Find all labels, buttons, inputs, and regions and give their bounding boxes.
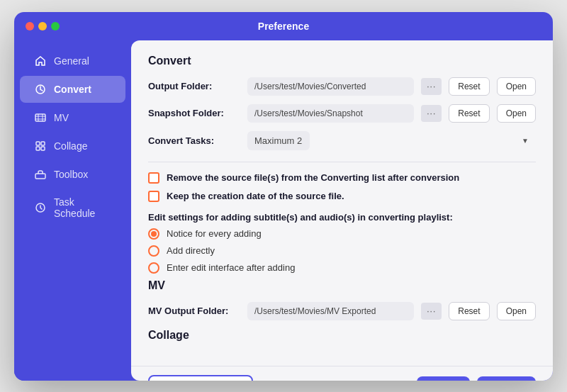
sidebar-convert-label: Convert [54, 84, 91, 95]
remove-source-label: Remove the source file(s) from the Conve… [167, 172, 459, 183]
mv-folder-open-button[interactable]: Open [497, 302, 536, 320]
sidebar-item-mv[interactable]: MV [20, 104, 125, 131]
snapshot-folder-dots-button[interactable]: ··· [421, 105, 442, 122]
snapshot-folder-input[interactable] [247, 104, 414, 123]
grid-icon [34, 140, 47, 152]
divider-1 [148, 162, 536, 162]
close-button[interactable] [26, 22, 34, 30]
mv-folder-reset-button[interactable]: Reset [449, 302, 489, 320]
sidebar-toolbox-label: Toolbox [54, 169, 88, 180]
snapshot-folder-open-button[interactable]: Open [497, 104, 536, 123]
radio-notice-row[interactable]: Notice for every adding [148, 228, 536, 240]
output-folder-dots-button[interactable]: ··· [421, 78, 442, 95]
svg-rect-3 [41, 142, 45, 145]
svg-rect-5 [41, 147, 45, 150]
mv-output-folder-label: MV Output Folder: [148, 306, 240, 316]
output-folder-label: Output Folder: [148, 81, 240, 91]
output-folder-row: Output Folder: ··· Reset Open [148, 77, 536, 96]
film-icon [34, 111, 47, 124]
remove-source-checkbox-row[interactable]: Remove the source file(s) from the Conve… [148, 172, 536, 184]
chevron-down-icon: ▼ [522, 137, 529, 145]
svg-rect-1 [35, 114, 45, 121]
sidebar-collage-label: Collage [54, 140, 87, 152]
sidebar-item-toolbox[interactable]: Toolbox [20, 161, 125, 188]
mv-output-folder-input[interactable] [247, 302, 414, 320]
window-title: Preference [258, 21, 309, 32]
panel-content: Convert Output Folder: ··· Reset Open Sn… [131, 40, 553, 366]
snapshot-folder-reset-button[interactable]: Reset [449, 104, 489, 123]
convert-tasks-label: Convert Tasks: [148, 135, 240, 146]
sidebar: General Convert MV [14, 40, 131, 381]
mv-section: MV MV Output Folder: ··· Reset Open [148, 279, 536, 320]
subtitle-section-label: Edit settings for adding subtitle(s) and… [148, 212, 536, 223]
radio-notice[interactable] [148, 228, 159, 240]
convert-tasks-wrapper: Maximum 1 Maximum 2 Maximum 3 Maximum 4 … [247, 131, 536, 150]
main-panel: Convert Output Folder: ··· Reset Open Sn… [131, 40, 553, 381]
preference-window: Preference General Convert [14, 12, 553, 381]
remove-source-checkbox[interactable] [148, 172, 159, 184]
sidebar-task-label: Task Schedule [54, 196, 111, 219]
ok-button[interactable]: OK [417, 376, 471, 381]
convert-tasks-row: Convert Tasks: Maximum 1 Maximum 2 Maxim… [148, 131, 536, 150]
traffic-lights [26, 22, 60, 30]
radio-edit[interactable] [148, 262, 159, 274]
radio-direct[interactable] [148, 245, 159, 257]
clock-icon [34, 201, 47, 214]
svg-rect-2 [36, 142, 40, 145]
refresh-icon [34, 83, 47, 96]
radio-edit-row[interactable]: Enter edit interface after adding [148, 262, 536, 274]
footer: Restore to Default OK Cancel [131, 366, 553, 381]
collage-section-title: Collage [148, 329, 536, 342]
maximize-button[interactable] [51, 22, 60, 30]
home-icon [34, 55, 47, 67]
sidebar-item-convert[interactable]: Convert [20, 76, 125, 103]
svg-rect-6 [35, 174, 45, 179]
radio-edit-label: Enter edit interface after adding [167, 262, 295, 273]
radio-direct-label: Add directly [167, 245, 215, 256]
output-folder-input[interactable] [247, 77, 414, 96]
snapshot-folder-row: Snapshot Folder: ··· Reset Open [148, 104, 536, 123]
cancel-button[interactable]: Cancel [477, 376, 536, 381]
keep-date-checkbox[interactable] [148, 191, 159, 202]
snapshot-folder-label: Snapshot Folder: [148, 108, 240, 118]
mv-output-folder-row: MV Output Folder: ··· Reset Open [148, 302, 536, 320]
svg-rect-4 [36, 147, 40, 150]
sidebar-item-task-schedule[interactable]: Task Schedule [20, 189, 125, 226]
mv-section-title: MV [148, 279, 536, 292]
radio-direct-row[interactable]: Add directly [148, 245, 536, 257]
radio-notice-label: Notice for every adding [167, 228, 262, 239]
output-folder-reset-button[interactable]: Reset [449, 77, 489, 96]
content-area: General Convert MV [14, 40, 553, 381]
toolbox-icon [34, 168, 47, 181]
sidebar-general-label: General [54, 55, 89, 67]
keep-date-checkbox-row[interactable]: Keep the creation date of the source fil… [148, 191, 536, 202]
titlebar: Preference [14, 12, 553, 40]
sidebar-item-collage[interactable]: Collage [20, 133, 125, 159]
sidebar-item-general[interactable]: General [20, 47, 125, 74]
collage-section: Collage [148, 329, 536, 342]
output-folder-open-button[interactable]: Open [497, 77, 536, 96]
convert-section-title: Convert [148, 55, 536, 67]
restore-default-button[interactable]: Restore to Default [148, 375, 253, 381]
minimize-button[interactable] [38, 22, 47, 30]
convert-tasks-select[interactable]: Maximum 1 Maximum 2 Maximum 3 Maximum 4 [247, 131, 310, 150]
mv-folder-dots-button[interactable]: ··· [421, 303, 442, 320]
footer-right: OK Cancel [417, 376, 536, 381]
sidebar-mv-label: MV [54, 112, 69, 123]
keep-date-label: Keep the creation date of the source fil… [167, 191, 344, 201]
